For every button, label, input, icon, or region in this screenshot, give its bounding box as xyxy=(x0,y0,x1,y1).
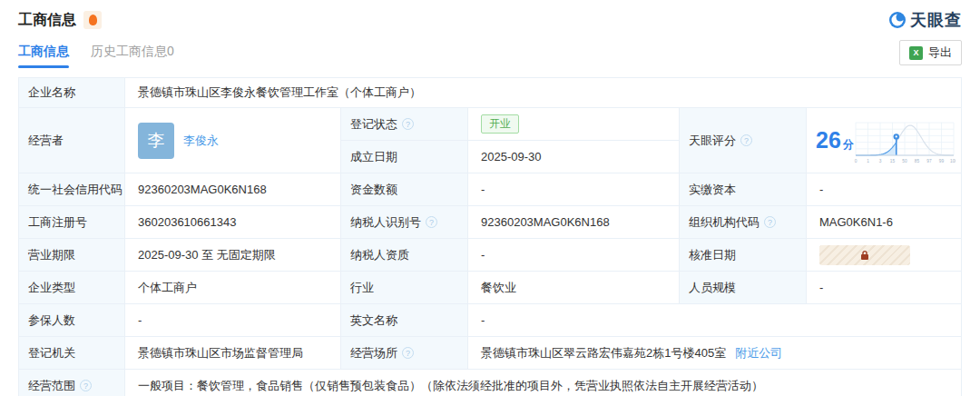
reg-authority-label: 登记机关 xyxy=(19,337,125,370)
table-row: 登记机关 景德镇市珠山区市场监督管理局 经营场所 ? 景德镇市珠山区翠云路宏伟嘉… xyxy=(19,337,961,370)
reg-status-label: 登记状态 ? xyxy=(341,108,468,141)
taxpayer-id-label-text: 纳税人识别号 xyxy=(350,214,421,231)
business-info-table: 企业名称 景德镇市珠山区李俊永餐饮管理工作室（个体工商户） 经营者 李 李俊永 … xyxy=(18,77,962,396)
table-row: 参保人数 - 英文名称 - xyxy=(19,304,961,337)
establish-date-value: 2025-09-30 xyxy=(468,141,680,173)
excel-icon: X xyxy=(909,46,923,60)
insured-count-label: 参保人数 xyxy=(19,304,125,337)
tyc-score-label: 天眼评分 ? xyxy=(680,108,807,173)
industry-value: 餐饮业 xyxy=(468,272,680,304)
export-label: 导出 xyxy=(928,45,952,61)
business-license-icon xyxy=(83,11,102,29)
table-row: 成立日期 2025-09-30 xyxy=(341,141,680,173)
reg-status-value: 开业 xyxy=(468,108,680,141)
operator-name-link[interactable]: 李俊永 xyxy=(183,133,219,149)
score-unit: 分 xyxy=(843,139,854,150)
svg-text:99: 99 xyxy=(939,159,945,163)
approval-date-label: 核准日期 xyxy=(680,239,807,272)
org-code-label: 组织机构代码 ? xyxy=(680,206,807,239)
business-scope-label-text: 经营范围 xyxy=(28,378,75,394)
insured-count-value: - xyxy=(125,304,341,337)
business-term-value: 2025-09-30 至 无固定期限 xyxy=(125,239,341,272)
reg-number-value: 360203610661343 xyxy=(125,206,341,239)
tianyancha-eye-icon xyxy=(888,11,906,29)
org-code-label-text: 组织机构代码 xyxy=(689,214,760,231)
export-button[interactable]: X 导出 xyxy=(899,40,962,65)
business-scope-value: 一般项目：餐饮管理，食品销售（仅销售预包装食品）（除依法须经批准的项目外，凭营业… xyxy=(125,370,961,396)
score-value: 26 xyxy=(816,129,841,152)
business-term-label: 营业期限 xyxy=(19,239,125,272)
establish-date-label: 成立日期 xyxy=(341,141,468,173)
business-place-value: 景德镇市珠山区翠云路宏伟嘉苑2栋1号楼405室 附近公司 xyxy=(468,337,961,370)
locked-value-box[interactable] xyxy=(819,245,910,265)
help-icon[interactable]: ? xyxy=(426,216,437,228)
taxpayer-id-value: 92360203MAG0K6N168 xyxy=(468,206,680,239)
operator-label: 经营者 xyxy=(19,108,125,173)
business-info-panel: 工商信息 天眼查 工商信息 历史工商信息0 X 导出 企业名称 景德镇市珠山区李… xyxy=(0,9,980,396)
table-row: 统一社会信用代码 ? 92360203MAG0K6N168 资金数额 - 实缴资… xyxy=(19,173,961,206)
svg-text:85: 85 xyxy=(915,159,920,163)
status-badge: 开业 xyxy=(481,114,519,134)
lock-icon xyxy=(859,250,870,261)
business-place-label: 经营场所 ? xyxy=(341,337,468,370)
taxpayer-id-label: 纳税人识别号 ? xyxy=(341,206,468,239)
reg-status-label-text: 登记状态 xyxy=(350,116,397,133)
table-row: 工商注册号 360203610661343 纳税人识别号 ? 92360203M… xyxy=(19,206,961,239)
tab-business-info[interactable]: 工商信息 xyxy=(18,44,69,68)
svg-text:97: 97 xyxy=(926,159,932,163)
capital-amount-value: - xyxy=(468,173,680,206)
company-name-label: 企业名称 xyxy=(19,78,125,108)
credit-code-label: 统一社会信用代码 ? xyxy=(19,173,125,206)
svg-text:50: 50 xyxy=(902,159,907,163)
help-icon[interactable]: ? xyxy=(402,347,414,359)
help-icon[interactable]: ? xyxy=(80,380,92,391)
english-name-label: 英文名称 xyxy=(341,304,468,337)
table-row: 企业名称 景德镇市珠山区李俊永餐饮管理工作室（个体工商户） xyxy=(19,78,961,108)
operator-value: 李 李俊永 xyxy=(125,108,341,173)
nearby-companies-link[interactable]: 附近公司 xyxy=(735,345,782,361)
help-icon[interactable]: ? xyxy=(740,134,752,146)
svg-text:0: 0 xyxy=(855,159,858,163)
reg-authority-value: 景德镇市珠山区市场监督管理局 xyxy=(125,337,341,370)
middle-subgrid: 登记状态 ? 开业 成立日期 2025-09-30 xyxy=(341,108,680,173)
org-code-value: MAG0K6N1-6 xyxy=(807,206,961,239)
score-number: 26 分 xyxy=(816,129,854,152)
tyc-score-label-text: 天眼评分 xyxy=(689,133,736,149)
taxpayer-quality-value: - xyxy=(468,239,680,272)
credit-code-value: 92360203MAG0K6N168 xyxy=(125,173,341,206)
svg-text:1: 1 xyxy=(867,159,869,163)
business-place-address: 景德镇市珠山区翠云路宏伟嘉苑2栋1号楼405室 xyxy=(481,345,726,361)
tab-history-business-info[interactable]: 历史工商信息0 xyxy=(91,44,174,68)
business-scope-label: 经营范围 ? xyxy=(19,370,125,396)
table-row: 登记状态 ? 开业 xyxy=(341,108,680,141)
tyc-score-value: 26 分 0131550859799100 xyxy=(807,108,961,173)
operator-avatar[interactable]: 李 xyxy=(138,123,174,159)
score-chart: 0131550859799100 xyxy=(854,117,956,164)
staff-size-value: - xyxy=(807,272,961,304)
taxpayer-quality-label: 纳税人资质 xyxy=(341,239,468,272)
table-row: 经营范围 ? 一般项目：餐饮管理，食品销售（仅销售预包装食品）（除依法须经批准的… xyxy=(19,370,961,396)
tab-bar: 工商信息 历史工商信息0 X 导出 xyxy=(18,44,962,73)
svg-text:15: 15 xyxy=(890,159,896,163)
paid-capital-label: 实缴资本 xyxy=(680,173,807,206)
help-icon[interactable]: ? xyxy=(402,118,414,130)
company-type-value: 个体工商户 xyxy=(125,272,341,304)
industry-label: 行业 xyxy=(341,272,468,304)
company-type-label: 企业类型 xyxy=(19,272,125,304)
business-place-label-text: 经营场所 xyxy=(350,345,397,361)
capital-amount-label: 资金数额 xyxy=(341,173,468,206)
table-row: 企业类型 个体工商户 行业 餐饮业 人员规模 - xyxy=(19,272,961,304)
svg-text:100: 100 xyxy=(950,159,956,163)
reg-number-label: 工商注册号 xyxy=(19,206,125,239)
paid-capital-value: - xyxy=(807,173,961,206)
brand-name: 天眼查 xyxy=(910,9,962,31)
approval-date-value xyxy=(807,239,961,272)
table-row: 营业期限 2025-09-30 至 无固定期限 纳税人资质 - 核准日期 xyxy=(19,239,961,272)
help-icon[interactable]: ? xyxy=(764,216,776,228)
tianyancha-logo[interactable]: 天眼查 xyxy=(888,9,962,31)
page-title: 工商信息 xyxy=(18,11,76,30)
svg-text:3: 3 xyxy=(879,159,882,163)
english-name-value: - xyxy=(468,304,961,337)
staff-size-label: 人员规模 xyxy=(680,272,807,304)
panel-header: 工商信息 天眼查 xyxy=(18,9,962,31)
